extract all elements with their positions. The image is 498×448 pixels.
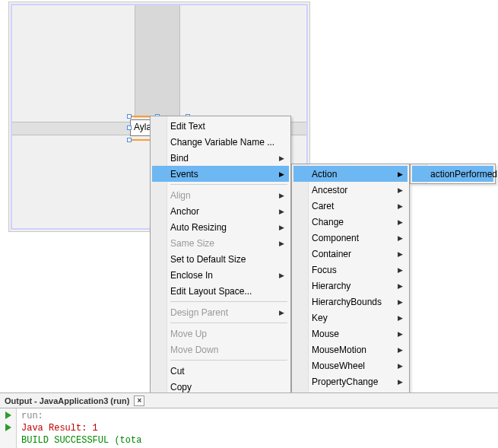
menu-item-anchor[interactable]: Anchor▶ <box>152 203 289 219</box>
menu-item-label: Set to Default Size <box>170 254 246 265</box>
chevron-right-icon: ▶ <box>393 298 403 306</box>
menu-item-action[interactable]: Action▶ <box>293 166 408 182</box>
menu-item-cut[interactable]: Cut <box>152 363 289 379</box>
menu-item-label: Container <box>312 249 351 259</box>
chevron-right-icon: ▶ <box>393 346 403 354</box>
menu-item-label: Mouse <box>312 329 339 339</box>
menu-item-change[interactable]: Change▶ <box>293 214 408 230</box>
menu-item-events[interactable]: Events▶ <box>152 166 289 182</box>
chevron-right-icon: ▶ <box>393 218 403 226</box>
run-icon[interactable] <box>3 422 14 433</box>
menu-item-caret[interactable]: Caret▶ <box>293 198 408 214</box>
svg-marker-0 <box>5 411 11 419</box>
menu-item-edit-text[interactable]: Edit Text <box>152 118 289 134</box>
menu-item-propertychange[interactable]: PropertyChange▶ <box>293 373 408 389</box>
menu-item-label: Edit Text <box>170 121 205 132</box>
menu-item-move-up: Move Up <box>152 326 289 342</box>
menu-item-label: Ancestor <box>312 185 347 195</box>
menu-item-mousewheel[interactable]: MouseWheel▶ <box>293 357 408 373</box>
resize-handle[interactable] <box>127 114 132 119</box>
menu-item-design-parent: Design Parent▶ <box>152 304 289 320</box>
menu-item-edit-layout-space[interactable]: Edit Layout Space... <box>152 283 289 299</box>
menu-item-container[interactable]: Container▶ <box>293 246 408 262</box>
menu-item-enclose-in[interactable]: Enclose In▶ <box>152 267 289 283</box>
menu-item-component[interactable]: Component▶ <box>293 230 408 246</box>
menu-item-hierarchybounds[interactable]: HierarchyBounds▶ <box>293 294 408 310</box>
chevron-right-icon: ▶ <box>393 170 403 178</box>
menu-item-hierarchy[interactable]: Hierarchy▶ <box>293 278 408 294</box>
menu-item-change-variable-name[interactable]: Change Variable Name ... <box>152 134 289 150</box>
chevron-right-icon: ▶ <box>274 170 284 178</box>
menu-item-label: HierarchyBounds <box>312 297 382 307</box>
chevron-right-icon: ▶ <box>393 266 403 274</box>
menu-item-label: Focus <box>312 265 337 275</box>
menu-item-mouse[interactable]: Mouse▶ <box>293 326 408 342</box>
menu-separator <box>170 360 287 361</box>
chevron-right-icon: ▶ <box>274 309 284 316</box>
menu-item-label: Events <box>170 169 198 180</box>
menu-item-label: MouseWheel <box>312 361 365 371</box>
menu-item-move-down: Move Down <box>152 342 289 357</box>
menu-item-label: Change Variable Name ... <box>170 137 274 148</box>
menu-item-label: Align <box>170 190 191 201</box>
output-gutter <box>0 408 17 448</box>
chevron-right-icon: ▶ <box>393 186 403 194</box>
menu-item-label: actionPerformed <box>430 169 497 180</box>
menu-item-label: Edit Layout Space... <box>170 286 252 297</box>
chevron-right-icon: ▶ <box>393 314 403 322</box>
menu-item-same-size: Same Size▶ <box>152 235 289 251</box>
menu-separator <box>170 322 287 323</box>
output-console[interactable]: run: Java Result: 1 BUILD SUCCESSFUL (to… <box>17 408 146 448</box>
chevron-right-icon: ▶ <box>393 362 403 370</box>
menu-item-label: Design Parent <box>170 307 228 318</box>
menu-separator <box>170 301 287 302</box>
menu-item-label: Same Size <box>170 238 214 249</box>
chevron-right-icon: ▶ <box>393 234 403 242</box>
menu-item-label: Caret <box>312 201 334 211</box>
resize-handle[interactable] <box>127 126 132 130</box>
menu-item-actionperformed[interactable]: actionPerformed <box>412 166 493 182</box>
menu-item-label: Change <box>312 217 344 227</box>
menu-item-auto-resizing[interactable]: Auto Resizing▶ <box>152 219 289 235</box>
chevron-right-icon: ▶ <box>274 224 284 231</box>
menu-item-bind[interactable]: Bind▶ <box>152 150 289 166</box>
menu-item-label: Hierarchy <box>312 281 351 291</box>
menu-separator <box>170 184 287 185</box>
console-line: Java Result: 1 <box>21 423 98 434</box>
chevron-right-icon: ▶ <box>274 208 284 215</box>
console-line: BUILD SUCCESSFUL (tota <box>21 435 141 446</box>
chevron-right-icon: ▶ <box>393 330 403 338</box>
menu-item-label: Copy <box>170 382 192 392</box>
output-title: Output - JavaApplication3 (run) <box>5 396 129 405</box>
menu-item-label: Action <box>312 169 337 180</box>
chevron-right-icon: ▶ <box>274 272 284 279</box>
chevron-right-icon: ▶ <box>393 378 403 386</box>
context-menu: Edit TextChange Variable Name ...Bind▶Ev… <box>150 116 291 429</box>
menu-item-label: Bind <box>170 153 189 164</box>
console-line: run: <box>21 411 43 421</box>
menu-item-label: Anchor <box>170 206 199 217</box>
menu-item-label: MouseMotion <box>312 345 366 355</box>
menu-item-label: PropertyChange <box>312 377 378 387</box>
chevron-right-icon: ▶ <box>274 240 284 247</box>
menu-item-label: Enclose In <box>170 270 213 281</box>
chevron-right-icon: ▶ <box>393 282 403 290</box>
svg-marker-1 <box>5 424 11 431</box>
menu-item-align: Align▶ <box>152 187 289 203</box>
chevron-right-icon: ▶ <box>274 192 284 199</box>
menu-item-label: Move Up <box>170 329 207 339</box>
menu-item-label: Key <box>312 313 328 323</box>
menu-item-focus[interactable]: Focus▶ <box>293 262 408 278</box>
menu-item-set-to-default-size[interactable]: Set to Default Size <box>152 251 289 267</box>
resize-handle[interactable] <box>127 138 132 142</box>
menu-item-key[interactable]: Key▶ <box>293 310 408 326</box>
run-icon[interactable] <box>3 410 14 421</box>
menu-item-label: Component <box>312 233 359 243</box>
action-submenu: actionPerformed <box>410 164 496 184</box>
menu-item-mousemotion[interactable]: MouseMotion▶ <box>293 342 408 357</box>
output-panel: Output - JavaApplication3 (run) × run: J… <box>0 392 498 448</box>
menu-item-label: Auto Resizing <box>170 222 227 233</box>
menu-item-ancestor[interactable]: Ancestor▶ <box>293 182 408 198</box>
output-header: Output - JavaApplication3 (run) × <box>0 393 498 408</box>
close-icon[interactable]: × <box>134 396 144 406</box>
